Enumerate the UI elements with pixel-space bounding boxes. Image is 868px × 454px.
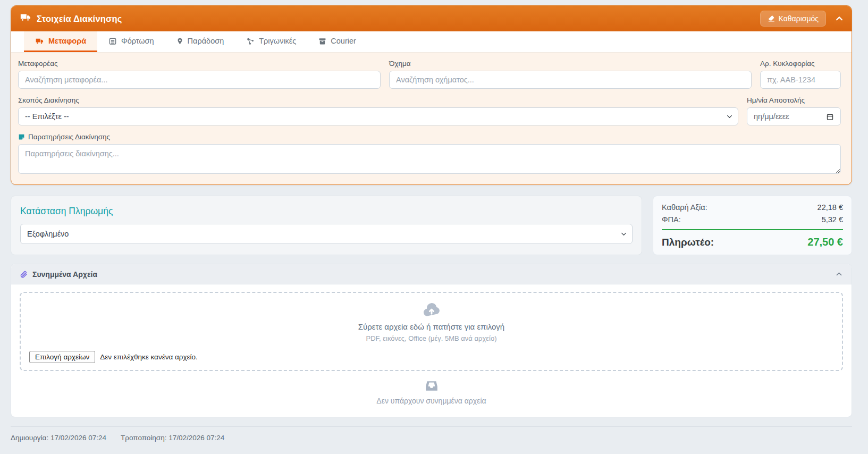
tab-triangular[interactable]: Τριγωνικές bbox=[235, 31, 307, 52]
shipping-tabs: Μεταφορά Φόρτωση Παράδοση Τριγωνικές bbox=[11, 31, 852, 53]
carrier-search-input[interactable] bbox=[18, 71, 381, 89]
notes-label: Παρατηρήσεις Διακίνησης bbox=[18, 133, 841, 141]
file-status-text: Δεν επιλέχθηκε κανένα αρχείο. bbox=[100, 353, 198, 361]
dropzone-hint: PDF, εικόνες, Office (μέγ. 5MB ανά αρχεί… bbox=[29, 334, 833, 342]
tab-loading[interactable]: Φόρτωση bbox=[97, 31, 165, 52]
map-pin-icon bbox=[176, 37, 183, 45]
clear-button[interactable]: Καθαρισμός bbox=[760, 11, 826, 27]
payable-value: 27,50 € bbox=[807, 236, 843, 248]
cloud-upload-icon bbox=[422, 302, 441, 316]
note-icon bbox=[18, 133, 25, 140]
vat-label: ΦΠΑ: bbox=[662, 215, 681, 224]
totals-divider bbox=[662, 229, 843, 230]
eraser-icon bbox=[768, 15, 775, 22]
created-timestamp: Δημιουργία: 17/02/2026 07:24 bbox=[11, 434, 106, 442]
net-value: 22,18 € bbox=[818, 203, 843, 212]
collapse-chevron-up-icon[interactable] bbox=[835, 270, 843, 278]
purpose-select[interactable]: -- Επιλέξτε -- bbox=[18, 107, 738, 125]
totals-panel: Καθαρή Αξία: 22,18 € ΦΠΑ: 5,32 € Πληρωτέ… bbox=[653, 196, 852, 255]
dropzone-text: Σύρετε αρχεία εδώ ή πατήστε για επιλογή bbox=[29, 322, 833, 331]
payable-row: Πληρωτέο: 27,50 € bbox=[662, 236, 843, 248]
payment-row: Κατάσταση Πληρωμής Εξοφλημένο Καθαρή Αξί… bbox=[11, 196, 852, 255]
calendar-icon[interactable] bbox=[826, 113, 834, 121]
notes-textarea[interactable] bbox=[18, 144, 841, 174]
attachments-title: Συνημμένα Αρχεία bbox=[32, 270, 97, 279]
ship-date-input[interactable]: ηη/μμ/εεεε bbox=[747, 107, 841, 125]
tab-courier[interactable]: Courier bbox=[307, 31, 367, 52]
purpose-label: Σκοπός Διακίνησης bbox=[18, 96, 738, 104]
vat-row: ΦΠΑ: 5,32 € bbox=[662, 215, 843, 224]
net-label: Καθαρή Αξία: bbox=[662, 203, 707, 212]
shipping-card-header: Στοιχεία Διακίνησης Καθαρισμός bbox=[11, 6, 852, 31]
attachments-empty-state: Δεν υπάρχουν συνημμένα αρχεία bbox=[11, 371, 852, 417]
choose-files-button[interactable]: Επιλογή αρχείων bbox=[29, 351, 95, 363]
payable-label: Πληρωτέο: bbox=[662, 237, 714, 248]
audit-footer: Δημιουργία: 17/02/2026 07:24 Τροποποίηση… bbox=[11, 426, 852, 442]
box-archive-icon bbox=[318, 37, 326, 45]
payment-status-title: Κατάσταση Πληρωμής bbox=[20, 206, 633, 217]
warehouse-icon bbox=[108, 37, 117, 45]
share-nodes-icon bbox=[246, 37, 255, 45]
vat-value: 5,32 € bbox=[822, 215, 843, 224]
carrier-label: Μεταφορέας bbox=[18, 60, 381, 68]
file-dropzone[interactable]: Σύρετε αρχεία εδώ ή πατήστε για επιλογή … bbox=[20, 292, 843, 371]
transport-form: Μεταφορέας Όχημα Αρ. Κυκλοφορίας Σκοπός … bbox=[11, 53, 852, 184]
collapse-chevron-up-icon[interactable] bbox=[835, 14, 844, 23]
page: Στοιχεία Διακίνησης Καθαρισμός Μεταφορά bbox=[0, 0, 868, 442]
attachments-header[interactable]: Συνημμένα Αρχεία bbox=[11, 264, 852, 284]
net-value-row: Καθαρή Αξία: 22,18 € bbox=[662, 203, 843, 212]
plate-label: Αρ. Κυκλοφορίας bbox=[760, 60, 841, 68]
inbox-icon bbox=[425, 380, 439, 392]
tab-transport[interactable]: Μεταφορά bbox=[24, 31, 97, 52]
vehicle-label: Όχημα bbox=[389, 60, 752, 68]
truck-icon bbox=[20, 12, 31, 25]
ship-date-label: Ημ/νία Αποστολής bbox=[747, 96, 841, 104]
payment-status-select[interactable]: Εξοφλημένο bbox=[20, 224, 633, 244]
payment-status-card: Κατάσταση Πληρωμής Εξοφλημένο bbox=[11, 196, 642, 255]
attachments-card: Συνημμένα Αρχεία Σύρετε αρχεία εδώ ή πατ… bbox=[11, 264, 852, 417]
empty-attachments-text: Δεν υπάρχουν συνημμένα αρχεία bbox=[11, 397, 852, 405]
vehicle-search-input[interactable] bbox=[389, 71, 752, 89]
file-input: Επιλογή αρχείων Δεν επιλέχθηκε κανένα αρ… bbox=[29, 351, 833, 363]
shipping-details-card: Στοιχεία Διακίνησης Καθαρισμός Μεταφορά bbox=[11, 5, 852, 185]
card-title: Στοιχεία Διακίνησης bbox=[37, 14, 122, 24]
tab-delivery[interactable]: Παράδοση bbox=[165, 31, 235, 52]
modified-timestamp: Τροποποίηση: 17/02/2026 07:24 bbox=[121, 434, 224, 442]
truck-icon bbox=[35, 37, 44, 45]
paperclip-icon bbox=[20, 270, 28, 279]
plate-number-input[interactable] bbox=[760, 71, 841, 89]
